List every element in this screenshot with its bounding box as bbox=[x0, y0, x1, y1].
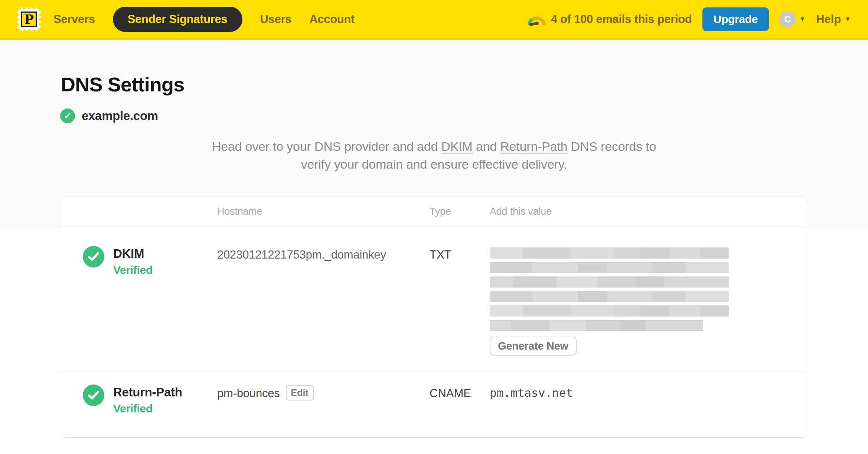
column-header-value: Add this value bbox=[490, 206, 806, 217]
check-circle-icon bbox=[83, 246, 104, 267]
dkim-label-cell: DKIM Verified bbox=[61, 246, 217, 372]
redacted-dkim-value bbox=[490, 247, 729, 331]
redacted-line bbox=[490, 276, 729, 288]
avatar: C bbox=[779, 11, 796, 27]
usage-counter-text: 4 of 100 emails this period bbox=[551, 13, 692, 26]
gauge-icon bbox=[528, 13, 546, 26]
return-path-hostname: pm-bounces bbox=[217, 387, 280, 400]
nav-item-sender-signatures[interactable]: Sender Signatures bbox=[113, 7, 242, 32]
verified-seal-icon: ✓ bbox=[59, 107, 76, 125]
domain-row: ✓ example.com bbox=[59, 107, 868, 125]
dkim-hostname: 20230121221753pm._domainkey bbox=[217, 246, 430, 372]
redacted-line bbox=[490, 305, 729, 317]
table-row-dkim: DKIM Verified 20230121221753pm._domainke… bbox=[61, 227, 806, 372]
table-header-row: Hostname Type Add this value bbox=[61, 197, 806, 227]
record-name: Return-Path bbox=[113, 385, 182, 399]
generate-new-button[interactable]: Generate New bbox=[490, 337, 577, 356]
chevron-down-icon: ▼ bbox=[799, 16, 806, 22]
account-menu[interactable]: C ▼ bbox=[779, 11, 806, 27]
postmark-logo-letter: P bbox=[21, 12, 37, 27]
return-path-value: pm.mtasv.net bbox=[490, 385, 806, 437]
dkim-label-group: DKIM Verified bbox=[113, 246, 153, 276]
intro-mid: and bbox=[473, 139, 500, 153]
nav-item-servers[interactable]: Servers bbox=[53, 13, 95, 26]
return-path-link[interactable]: Return-Path bbox=[500, 139, 567, 153]
column-header-type: Type bbox=[430, 206, 490, 217]
return-path-hostname-cell: pm-bounces Edit bbox=[217, 385, 430, 437]
redacted-line bbox=[490, 320, 703, 331]
dkim-value-cell: Generate New bbox=[490, 246, 806, 372]
return-path-label-cell: Return-Path Verified bbox=[61, 385, 217, 437]
chevron-down-icon: ▼ bbox=[845, 16, 851, 22]
return-path-type: CNAME bbox=[430, 385, 490, 437]
edit-button[interactable]: Edit bbox=[286, 385, 314, 401]
nav-item-account[interactable]: Account bbox=[309, 13, 355, 26]
help-menu[interactable]: Help ▼ bbox=[816, 13, 851, 26]
navbar-right-group: 4 of 100 emails this period Upgrade C ▼ … bbox=[528, 7, 851, 31]
table-row-return-path: Return-Path Verified pm-bounces Edit CNA… bbox=[61, 372, 806, 437]
redacted-line bbox=[490, 291, 729, 302]
upgrade-button[interactable]: Upgrade bbox=[702, 7, 769, 31]
help-label: Help bbox=[816, 13, 841, 26]
record-name: DKIM bbox=[113, 246, 153, 261]
primary-nav: Servers Sender Signatures Users Account bbox=[53, 7, 355, 32]
dkim-link[interactable]: DKIM bbox=[441, 139, 472, 153]
redacted-line bbox=[490, 247, 729, 259]
check-circle-icon bbox=[83, 385, 104, 406]
main-content: DNS Settings ✓ example.com Head over to … bbox=[0, 73, 868, 438]
usage-meter[interactable]: 4 of 100 emails this period bbox=[528, 13, 692, 26]
domain-name: example.com bbox=[82, 109, 158, 123]
redacted-line bbox=[490, 262, 729, 273]
intro-part1: Head over to your DNS provider and add bbox=[212, 139, 441, 153]
postmark-logo[interactable]: P bbox=[17, 7, 41, 31]
nav-item-users[interactable]: Users bbox=[260, 13, 292, 26]
intro-text: Head over to your DNS provider and add D… bbox=[200, 137, 668, 174]
column-header-hostname: Hostname bbox=[217, 206, 430, 217]
dkim-type: TXT bbox=[430, 246, 490, 372]
top-navbar: P Servers Sender Signatures Users Accoun… bbox=[0, 0, 868, 40]
return-path-label-group: Return-Path Verified bbox=[113, 385, 182, 415]
page-title: DNS Settings bbox=[61, 73, 868, 96]
status-badge: Verified bbox=[113, 264, 153, 276]
dns-records-card: Hostname Type Add this value DKIM Verifi… bbox=[61, 197, 806, 438]
status-badge: Verified bbox=[113, 402, 182, 415]
